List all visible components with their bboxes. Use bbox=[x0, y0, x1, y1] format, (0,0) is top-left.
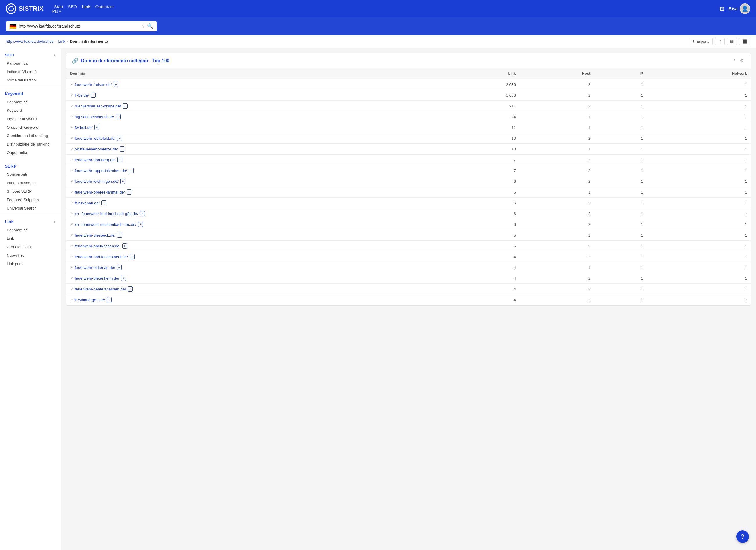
add-domain-button[interactable]: + bbox=[114, 82, 118, 87]
sidebar-item-concorrenti[interactable]: Concorrenti bbox=[0, 170, 61, 179]
user-info[interactable]: Elisa 👤 bbox=[729, 3, 750, 14]
add-domain-button[interactable]: + bbox=[116, 114, 120, 119]
domain-link[interactable]: feuerwehr-ruppertskirchen.de/ bbox=[75, 168, 127, 173]
add-domain-button[interactable]: + bbox=[127, 189, 131, 195]
sidebar-item-gruppi-keyword[interactable]: Gruppi di keyword bbox=[0, 123, 61, 131]
host-count: 1 bbox=[520, 122, 594, 133]
add-domain-button[interactable]: + bbox=[117, 157, 122, 162]
add-domain-button[interactable]: + bbox=[121, 276, 126, 281]
nav-optimizer[interactable]: Optimizer bbox=[93, 3, 115, 10]
search-input[interactable] bbox=[19, 24, 138, 29]
domain-link[interactable]: ortsfeuerwehr-seelze.de/ bbox=[75, 147, 118, 151]
add-domain-button[interactable]: + bbox=[117, 265, 122, 270]
grid-icon[interactable]: ⊞ bbox=[720, 5, 725, 12]
domain-cell: ↗ feuerwehr-leichlingen.de/ + bbox=[66, 176, 439, 187]
add-domain-button[interactable]: + bbox=[95, 125, 99, 130]
domain-cell: ↗ feuerwehr-weitefeld.de/ + bbox=[66, 133, 439, 144]
domain-link[interactable]: feuerwehr-oberkochen.de/ bbox=[75, 244, 121, 248]
host-count: 5 bbox=[520, 241, 594, 251]
ip-count: 1 bbox=[594, 295, 647, 305]
sidebar-item-visibilita[interactable]: Indice di Visibilità bbox=[0, 67, 61, 76]
sidebar-section-serp-header[interactable]: SERP bbox=[0, 159, 61, 170]
sidebar-section-link-header[interactable]: Link ▲ bbox=[0, 215, 61, 226]
sidebar-item-snippet-serp[interactable]: Snippet SERP bbox=[0, 187, 61, 195]
sidebar-item-link-persi[interactable]: Link persi bbox=[0, 259, 61, 268]
domain-link[interactable]: dig-sanitaetsdienst.de/ bbox=[75, 115, 114, 119]
sidebar-section-keyword-header[interactable]: Keyword bbox=[0, 87, 61, 98]
sidebar-section-seo-header[interactable]: SEO ▲ bbox=[0, 48, 61, 59]
sidebar-item-distribuzione-ranking[interactable]: Distribuzione del ranking bbox=[0, 140, 61, 148]
sidebar-item-panoramica-link[interactable]: Panoramica bbox=[0, 226, 61, 234]
add-domain-button[interactable]: + bbox=[122, 243, 127, 248]
external-link-icon: ↗ bbox=[70, 93, 73, 97]
link-count: 6 bbox=[439, 197, 520, 208]
domain-link[interactable]: feuerwehr-dietenheim.de/ bbox=[75, 276, 119, 281]
country-flag[interactable]: 🇩🇪 bbox=[9, 23, 17, 30]
domain-link[interactable]: xn--feuerwehr-bad-lauchstdt-g8b.de/ bbox=[75, 211, 138, 216]
domain-link[interactable]: feuerwehr-bad-lauchstaedt.de/ bbox=[75, 254, 128, 259]
nav-link[interactable]: Link bbox=[80, 3, 92, 10]
add-domain-button[interactable]: + bbox=[120, 179, 125, 184]
sidebar-item-panoramica-seo[interactable]: Panoramica bbox=[0, 59, 61, 67]
nav-seo[interactable]: SEO bbox=[66, 3, 79, 10]
domain-link[interactable]: ff-birkenau.de/ bbox=[75, 201, 100, 205]
network-count: 1 bbox=[647, 262, 751, 273]
ip-count: 1 bbox=[594, 273, 647, 284]
sidebar-item-traffico[interactable]: Stima del traffico bbox=[0, 76, 61, 84]
domain-link[interactable]: feuerwehr-diespeck.de/ bbox=[75, 233, 115, 237]
domain-link[interactable]: feuerwehr-leichlingen.de/ bbox=[75, 179, 119, 184]
add-domain-button[interactable]: + bbox=[117, 232, 122, 238]
domain-link[interactable]: feuerwehr-nentershausen.de/ bbox=[75, 287, 126, 291]
chevron-up-icon: ▲ bbox=[53, 53, 56, 57]
domain-link[interactable]: feuerwehr-hornberg.de/ bbox=[75, 158, 116, 162]
share-button[interactable]: ↗ bbox=[715, 38, 725, 45]
sidebar-item-intento[interactable]: Intento di ricerca bbox=[0, 179, 61, 187]
add-domain-button[interactable]: + bbox=[140, 211, 145, 216]
domain-link[interactable]: feuerwehr-birkenau.de/ bbox=[75, 265, 115, 270]
sidebar-item-panoramica-kw[interactable]: Panoramica bbox=[0, 98, 61, 106]
breadcrumb-item-1[interactable]: Link bbox=[58, 39, 65, 44]
network-count: 1 bbox=[647, 176, 751, 187]
sidebar-item-universal-search[interactable]: Universal Search bbox=[0, 204, 61, 212]
help-fab-button[interactable]: ? bbox=[736, 530, 749, 543]
domain-link[interactable]: fw-heli.de/ bbox=[75, 125, 93, 130]
link-count: 4 bbox=[439, 251, 520, 262]
add-domain-button[interactable]: + bbox=[117, 136, 122, 141]
settings-button[interactable]: ⬛ bbox=[739, 38, 750, 45]
breadcrumb-item-0[interactable]: http://www.kaufda.de/brands bbox=[6, 39, 54, 44]
domain-link[interactable]: xn--feuerwehr-mschenbach-zec.de/ bbox=[75, 222, 136, 227]
domain-cell: ↗ feuerwehr-nentershausen.de/ + bbox=[66, 284, 439, 295]
sidebar-item-cronologia-link[interactable]: Cronologia link bbox=[0, 243, 61, 251]
domain-link[interactable]: feuerwehr-oberes-lahntal.de/ bbox=[75, 190, 125, 194]
domain-link[interactable]: feuerwehr-freisen.de/ bbox=[75, 82, 112, 87]
sidebar-item-cambiamenti-ranking[interactable]: Cambiamenti di ranking bbox=[0, 131, 61, 140]
domain-link[interactable]: feuerwehr-weitefeld.de/ bbox=[75, 136, 115, 140]
domain-link[interactable]: rueckershausen-online.de/ bbox=[75, 104, 121, 108]
add-domain-button[interactable]: + bbox=[138, 222, 143, 227]
domain-link[interactable]: ff-windbergen.de/ bbox=[75, 298, 105, 302]
add-domain-button[interactable]: + bbox=[123, 103, 127, 108]
add-domain-button[interactable]: + bbox=[101, 200, 106, 205]
add-domain-button[interactable]: + bbox=[91, 92, 95, 98]
sidebar-item-link[interactable]: Link bbox=[0, 234, 61, 243]
add-domain-button[interactable]: + bbox=[128, 287, 132, 292]
add-domain-button[interactable]: + bbox=[120, 146, 124, 152]
sidebar-item-featured-snippets[interactable]: Featured Snippets bbox=[0, 195, 61, 204]
sidebar-item-opportunita[interactable]: Opportunità bbox=[0, 148, 61, 157]
table-view-button[interactable]: ▦ bbox=[727, 38, 737, 45]
card-help-button[interactable]: ? bbox=[731, 57, 737, 64]
search-button[interactable]: 🔍 bbox=[147, 23, 154, 29]
add-domain-button[interactable]: + bbox=[107, 297, 111, 303]
card-settings-button[interactable]: ⚙ bbox=[738, 57, 745, 64]
bookmark-icon[interactable]: ☆ bbox=[141, 24, 145, 29]
domain-link[interactable]: ff-be.de/ bbox=[75, 93, 89, 97]
sidebar-item-idee-keyword[interactable]: Idee per keyword bbox=[0, 115, 61, 123]
card-actions: ? ⚙ bbox=[731, 57, 745, 64]
external-link-icon: ↗ bbox=[70, 190, 73, 194]
sidebar-item-keyword[interactable]: Keyword bbox=[0, 106, 61, 115]
export-button[interactable]: ⬇ Esporta bbox=[689, 38, 713, 45]
domain-cell: ↗ ff-windbergen.de/ + bbox=[66, 295, 439, 305]
add-domain-button[interactable]: + bbox=[129, 168, 133, 173]
add-domain-button[interactable]: + bbox=[130, 254, 134, 259]
sidebar-item-nuovi-link[interactable]: Nuovi link bbox=[0, 251, 61, 259]
